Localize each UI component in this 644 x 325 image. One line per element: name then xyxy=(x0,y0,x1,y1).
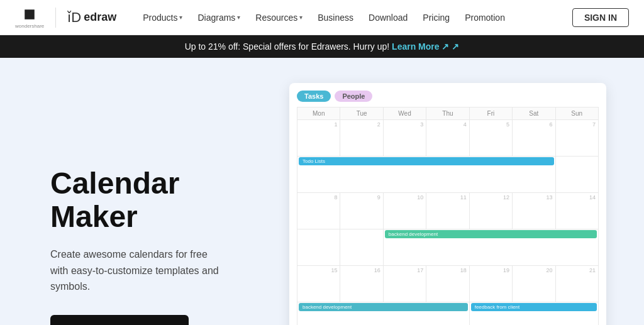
cell-3: 3 xyxy=(383,120,426,157)
nav-label-diagrams: Diagrams xyxy=(197,13,235,23)
wondershare-text: wondershare xyxy=(15,23,44,29)
nav-item-products[interactable]: Products ▾ xyxy=(136,9,189,26)
sign-in-button[interactable]: SIGN IN xyxy=(572,8,629,27)
cell-20: 20 xyxy=(513,266,555,302)
col-wed: Wed xyxy=(383,107,426,120)
feedback-bar: feedback from client xyxy=(471,303,597,311)
cell-14: 14 xyxy=(555,193,598,229)
calendar-grid: Mon Tue Wed Thu Fri Sat Sun 1 xyxy=(297,107,599,325)
cell-9: 9 xyxy=(340,193,383,229)
cell-4: 4 xyxy=(426,120,469,157)
tab-people[interactable]: People xyxy=(335,91,372,102)
cell-19: 19 xyxy=(469,266,512,302)
backend-bar-2: backend development xyxy=(299,303,468,311)
hero-left: Calendar Maker Create awesome calendars … xyxy=(50,167,264,325)
hero-title: Calendar Maker xyxy=(50,167,264,234)
nav-label-resources: Resources xyxy=(255,13,297,23)
col-tue: Tue xyxy=(340,107,383,120)
edraw-d-icon: ǐD xyxy=(67,9,81,26)
chevron-down-icon: ▾ xyxy=(237,14,240,21)
try-it-free-button[interactable]: Try It Free xyxy=(50,315,189,325)
nav-label-promotion: Promotion xyxy=(465,13,505,23)
table-row: 15 16 17 18 19 20 21 xyxy=(297,266,599,302)
nav-item-business[interactable]: Business xyxy=(311,9,360,26)
navbar-actions: SIGN IN xyxy=(572,8,629,27)
calendar-preview: Tasks People Mon Tue Wed Thu Fri Sat Sun xyxy=(289,83,606,325)
cell-21: 21 xyxy=(555,266,598,302)
col-thu: Thu xyxy=(426,107,469,120)
promo-text: Up to 21% off: Special offers for Edrawe… xyxy=(185,41,390,52)
logo-area[interactable]: wondershare ǐD edraw xyxy=(15,6,116,29)
nav-label-pricing: Pricing xyxy=(423,13,450,23)
edraw-text: edraw xyxy=(84,11,116,24)
svg-rect-3 xyxy=(30,14,35,19)
backend-bar-1: backend development xyxy=(385,230,597,238)
cell-11: 11 xyxy=(426,193,469,229)
col-mon: Mon xyxy=(297,107,340,120)
bar-row: backend development xyxy=(297,229,599,266)
cell-7: 7 xyxy=(555,120,598,157)
chevron-down-icon: ▾ xyxy=(299,14,303,21)
cell-13: 13 xyxy=(513,193,555,229)
calendar-tabs: Tasks People xyxy=(297,91,599,102)
nav-item-resources[interactable]: Resources ▾ xyxy=(249,9,309,26)
hero-right: Tasks People Mon Tue Wed Thu Fri Sat Sun xyxy=(289,83,606,325)
table-row: 8 9 10 11 12 13 14 xyxy=(297,193,599,229)
nav-menu: Products ▾ Diagrams ▾ Resources ▾ Busine… xyxy=(136,9,572,26)
tab-tasks[interactable]: Tasks xyxy=(297,91,331,102)
promo-link[interactable]: Learn More ↗ xyxy=(392,41,459,52)
cell-2: 2 xyxy=(340,120,383,157)
nav-item-promotion[interactable]: Promotion xyxy=(458,9,511,26)
wondershare-logo: wondershare xyxy=(15,6,44,29)
cell-1: 1 xyxy=(297,120,340,157)
logo-divider xyxy=(55,8,56,28)
cell-5: 5 xyxy=(469,120,512,157)
chevron-down-icon: ▾ xyxy=(179,14,182,21)
col-sun: Sun xyxy=(555,107,598,120)
svg-rect-2 xyxy=(25,14,30,19)
hero-section: Calendar Maker Create awesome calendars … xyxy=(0,58,644,325)
todo-bar: Todo Lists xyxy=(299,157,554,165)
nav-label-business: Business xyxy=(318,13,353,23)
edraw-logo: ǐD edraw xyxy=(67,9,116,26)
nav-item-pricing[interactable]: Pricing xyxy=(416,9,456,26)
cell-15: 15 xyxy=(297,266,340,302)
cell-17: 17 xyxy=(383,266,426,302)
bar-row: backend development feedback from client xyxy=(297,302,599,326)
col-fri: Fri xyxy=(469,107,512,120)
cell-10: 10 xyxy=(383,193,426,229)
col-sat: Sat xyxy=(513,107,555,120)
promo-banner: Up to 21% off: Special offers for Edrawe… xyxy=(0,35,644,58)
nav-label-products: Products xyxy=(143,13,177,23)
nav-label-download: Download xyxy=(369,13,408,23)
table-row: 1 2 3 4 5 6 7 xyxy=(297,120,599,157)
nav-item-download[interactable]: Download xyxy=(362,9,414,26)
cell-8: 8 xyxy=(297,193,340,229)
calendar-header-row: Mon Tue Wed Thu Fri Sat Sun xyxy=(297,107,599,120)
svg-rect-1 xyxy=(30,9,35,14)
cell-16: 16 xyxy=(340,266,383,302)
hero-description: Create awesome calendars for free with e… xyxy=(50,246,226,295)
svg-rect-0 xyxy=(25,9,30,14)
nav-item-diagrams[interactable]: Diagrams ▾ xyxy=(191,9,247,26)
navbar: wondershare ǐD edraw Products ▾ Diagrams… xyxy=(0,0,644,35)
cell-6: 6 xyxy=(513,120,555,157)
bar-row: Todo Lists xyxy=(297,157,599,193)
cell-18: 18 xyxy=(426,266,469,302)
cell-12: 12 xyxy=(469,193,512,229)
